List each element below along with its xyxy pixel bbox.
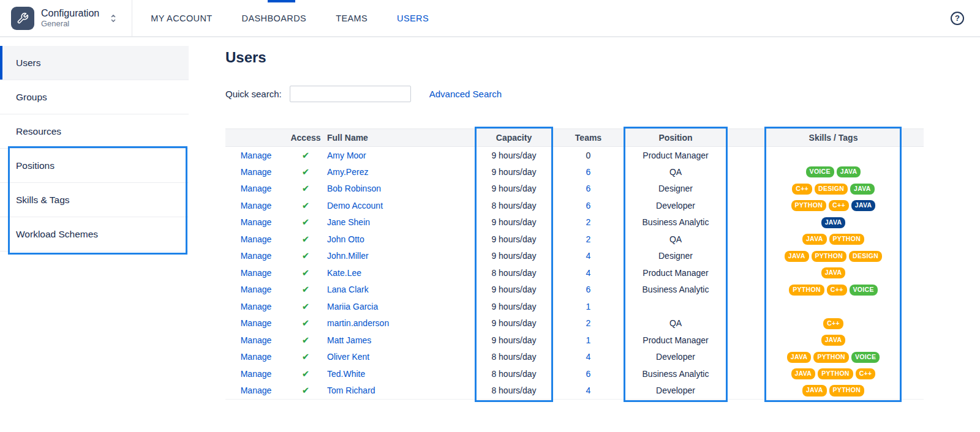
teams-count-link[interactable]: 6 [586, 184, 591, 193]
trail-cell [899, 332, 924, 349]
table-row: Manage✔John.Miller9 hours/day4DesignerJA… [225, 248, 924, 265]
quick-search-input[interactable] [290, 86, 411, 102]
col-gap [725, 129, 767, 147]
position-cell: QA [627, 231, 725, 248]
chevron-updown-icon[interactable] [108, 13, 118, 24]
user-name-link[interactable]: Kate.Lee [327, 268, 361, 278]
manage-link[interactable]: Manage [241, 369, 272, 379]
user-name-link[interactable]: Amy.Perez [327, 167, 368, 177]
skill-tag: JAVA [850, 184, 875, 195]
teams-count-link[interactable]: 2 [586, 234, 591, 244]
sidebar-item-skills-tags[interactable]: Skills & Tags [0, 183, 189, 217]
tab-indicator [268, 0, 295, 2]
user-name-link[interactable]: Demo Account [327, 201, 383, 210]
user-name-link[interactable]: Tom Richard [327, 385, 375, 395]
teams-count-link[interactable]: 4 [586, 268, 591, 278]
manage-link[interactable]: Manage [241, 184, 272, 193]
position-cell: Product Manager [627, 264, 725, 281]
teams-count-link[interactable]: 4 [586, 352, 591, 362]
teams-count-link[interactable]: 4 [586, 251, 591, 261]
teams-count-link[interactable]: 6 [586, 167, 591, 177]
teams-count-link[interactable]: 6 [586, 285, 591, 294]
skill-tag: PYTHON [791, 200, 827, 211]
skill-tag: JAVA [802, 234, 827, 245]
nav-tab-dashboards[interactable]: DASHBOARDS [242, 13, 307, 23]
sidebar-item-resources[interactable]: Resources [0, 114, 189, 149]
col-skills-tags: Skills / Tags [767, 129, 899, 147]
skill-tag: PYTHON [789, 285, 824, 296]
manage-link[interactable]: Manage [241, 318, 272, 328]
gap-cell [725, 332, 767, 349]
sidebar-item-workload-schemes[interactable]: Workload Schemes [0, 217, 189, 251]
manage-link[interactable]: Manage [241, 385, 272, 395]
sidebar-item-label: Groups [16, 92, 47, 103]
user-name-link[interactable]: Matt James [327, 335, 371, 345]
position-cell: Designer [627, 181, 725, 198]
table-row: Manage✔Bob Robinson9 hours/day6DesignerC… [225, 181, 924, 198]
user-name-link[interactable]: Oliver Kent [327, 352, 369, 362]
user-name-link[interactable]: John Otto [327, 234, 364, 244]
help-icon[interactable]: ? [951, 12, 964, 25]
teams-count-link[interactable]: 4 [586, 385, 591, 395]
advanced-search-link[interactable]: Advanced Search [429, 89, 502, 99]
manage-link[interactable]: Manage [241, 251, 272, 261]
table-row: Manage✔Lana Clark9 hours/day6Business An… [225, 281, 924, 299]
manage-link[interactable]: Manage [241, 302, 272, 311]
manage-link[interactable]: Manage [241, 335, 272, 345]
manage-link[interactable]: Manage [241, 268, 272, 278]
skill-tag: DESIGN [815, 184, 848, 195]
trail-cell [899, 382, 924, 400]
user-name-link[interactable]: Jane Shein [327, 217, 370, 227]
sidebar-item-positions[interactable]: Positions [0, 149, 189, 183]
skill-tag: VOICE [851, 352, 880, 363]
page: Configuration General MY ACCOUNTDASHBOAR… [0, 0, 980, 432]
gap-cell [725, 214, 767, 231]
teams-count: 0 [550, 147, 627, 164]
app-switcher[interactable]: Configuration General [0, 7, 126, 30]
capacity-cell: 9 hours/day [478, 181, 550, 198]
app-subtitle: General [41, 19, 99, 29]
table-row: Manage✔Matt James9 hours/day1Product Man… [225, 332, 924, 349]
teams-count-link[interactable]: 6 [586, 369, 591, 379]
manage-link[interactable]: Manage [241, 201, 272, 210]
user-name-link[interactable]: Mariia Garcia [327, 302, 378, 311]
teams-count-link[interactable]: 6 [586, 201, 591, 210]
capacity-cell: 9 hours/day [478, 315, 550, 332]
access-check-icon: ✔ [302, 335, 310, 345]
user-name-link[interactable]: Ted.White [327, 369, 365, 379]
manage-link[interactable]: Manage [241, 352, 272, 362]
user-name-link[interactable]: John.Miller [327, 251, 369, 261]
trail-cell [899, 365, 924, 382]
user-name-link[interactable]: Lana Clark [327, 285, 369, 294]
manage-link[interactable]: Manage [241, 217, 272, 227]
user-name-link[interactable]: martin.anderson [327, 318, 389, 328]
access-check-icon: ✔ [302, 150, 310, 160]
trail-cell [899, 181, 924, 198]
manage-link[interactable]: Manage [241, 151, 272, 160]
user-name-link[interactable]: Amy Moor [327, 151, 366, 160]
nav-tab-teams[interactable]: TEAMS [336, 13, 368, 23]
manage-link[interactable]: Manage [241, 167, 272, 177]
skill-tags-group: PYTHONC++JAVA [791, 200, 876, 211]
capacity-cell: 8 hours/day [478, 197, 550, 214]
access-check-icon: ✔ [302, 234, 310, 244]
manage-link[interactable]: Manage [241, 285, 272, 294]
gap-cell [725, 163, 767, 181]
nav-tab-users[interactable]: USERS [397, 13, 429, 23]
nav-tab-my-account[interactable]: MY ACCOUNT [151, 13, 212, 23]
sidebar-item-users[interactable]: Users [0, 46, 189, 80]
gap-cell [725, 349, 767, 366]
col-trail [899, 129, 924, 147]
teams-count-link[interactable]: 2 [586, 217, 591, 227]
capacity-cell: 9 hours/day [478, 147, 550, 164]
table-row: Manage✔John Otto9 hours/day2QAJAVAPYTHON [225, 231, 924, 248]
trail-cell [899, 231, 924, 248]
teams-count-link[interactable]: 2 [586, 318, 591, 328]
user-name-link[interactable]: Bob Robinson [327, 184, 381, 193]
app-header: Configuration General MY ACCOUNTDASHBOAR… [0, 0, 980, 37]
sidebar-item-groups[interactable]: Groups [0, 80, 189, 114]
teams-count-link[interactable]: 1 [586, 335, 591, 345]
trail-cell [899, 214, 924, 231]
manage-link[interactable]: Manage [241, 234, 272, 244]
teams-count-link[interactable]: 1 [586, 302, 591, 311]
